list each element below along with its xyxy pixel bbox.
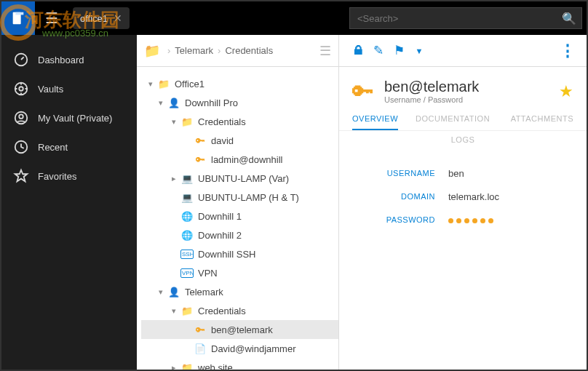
tree-label: Office1	[175, 79, 204, 89]
nav-label: Recent	[38, 142, 68, 153]
tree-node[interactable]: 💻UBUNTU-LAMP (H & T)	[141, 188, 338, 207]
password-value[interactable]	[448, 215, 496, 226]
lock-icon[interactable]: 🔒︎	[348, 44, 368, 58]
entry-title: ben@telemark	[384, 79, 479, 95]
tree-label: Telemark	[185, 287, 223, 298]
tree-node[interactable]: SSHDownhill SSH	[141, 244, 338, 263]
tree-panel: 📁 › Telemark › Credentials ☰ ▾📁Office1▾👤…	[137, 35, 339, 370]
tree-node[interactable]: ▾👤Telemark	[141, 282, 338, 301]
chevron-icon: ▸	[169, 174, 179, 183]
tree-node[interactable]: 🔑︎ladmin@downhill	[141, 150, 338, 169]
svg-rect-1	[15, 12, 23, 15]
list-view-icon[interactable]: ☰	[319, 43, 331, 59]
web-icon: 🌐	[180, 230, 194, 241]
tree-label: Downhill 1	[198, 211, 242, 222]
search-icon[interactable]: 🔍	[562, 12, 576, 25]
tab-overview[interactable]: OVERVIEW	[352, 114, 398, 130]
dashboard-icon	[13, 52, 29, 68]
tree-label: Credentials	[198, 306, 246, 316]
sidebar: Dashboard Vaults My Vault (Private) Rece…	[1, 35, 137, 370]
key-icon: 🔑︎	[194, 135, 207, 146]
chevron-icon: ▾	[146, 79, 156, 89]
user-icon: 👤	[167, 287, 180, 298]
tab-label: office1	[80, 13, 108, 24]
favorite-star-icon[interactable]: ★	[559, 82, 573, 101]
key-icon: 🔑︎	[194, 324, 207, 335]
tree-label: david	[211, 135, 234, 146]
nav-dashboard[interactable]: Dashboard	[1, 45, 137, 74]
breadcrumb-item[interactable]: Telemark	[175, 45, 213, 56]
folder-icon: 📁	[144, 43, 160, 59]
edit-icon[interactable]: ✎	[368, 43, 389, 58]
cred-icon: 📁	[180, 362, 194, 370]
tree-node[interactable]: VPNVPN	[141, 263, 338, 282]
tree-label: VPN	[198, 268, 218, 279]
search-input[interactable]	[349, 7, 582, 29]
serv-icon: 💻	[180, 192, 194, 203]
nav-favorites[interactable]: Favorites	[1, 161, 137, 191]
tree-label: Downhill 2	[198, 230, 242, 241]
doc-icon: 📄	[194, 343, 207, 354]
detail-tabs: OVERVIEW DOCUMENTATION ATTACHMENTS	[339, 108, 587, 131]
cred-icon: 📁	[180, 306, 194, 316]
vpn-icon: VPN	[180, 268, 194, 278]
tree-node[interactable]: 🔑︎david	[141, 131, 338, 150]
close-tab-icon[interactable]: ✕	[114, 12, 122, 24]
menu-icon[interactable]: ☰	[35, 9, 68, 27]
chevron-down-icon[interactable]: ▼	[409, 47, 429, 55]
chevron-icon: ▾	[156, 287, 166, 297]
chevron-icon: ▾	[169, 117, 179, 127]
key-icon: 🔑︎	[352, 79, 374, 104]
tree-label: Downhill Pro	[185, 97, 238, 108]
nav-recent[interactable]: Recent	[1, 132, 137, 161]
tree-label: UBUNTU-LAMP (H & T)	[198, 192, 299, 203]
entry-details: USERNAME ben DOMAIN telemark.loc PASSWOR…	[339, 151, 587, 242]
entry-subtitle: Username / Password	[384, 95, 479, 104]
tab-logs[interactable]: LOGS	[339, 131, 587, 151]
tab-attachments[interactable]: ATTACHMENTS	[511, 114, 573, 130]
vaults-icon	[13, 81, 29, 97]
web-icon: 🌐	[180, 211, 194, 222]
tree-node[interactable]: ▾📁Credentials	[141, 301, 338, 320]
username-label: USERNAME	[339, 169, 448, 177]
cred-icon: 📁	[180, 116, 194, 127]
key-icon: 🔑︎	[194, 154, 207, 165]
tree-node[interactable]: 🌐Downhill 2	[141, 226, 338, 244]
detail-panel: 🔒︎ ✎ ⚑ ▼ ⋮ 🔑︎ ben@telemark Username / Pa…	[339, 35, 587, 370]
tree-label: Downhill SSH	[198, 249, 255, 260]
tree-label: web site	[198, 362, 233, 370]
tree-label: UBUNTU-LAMP (Var)	[198, 173, 289, 184]
chevron-icon: ▸	[169, 363, 179, 370]
more-menu-icon[interactable]: ⋮	[557, 41, 578, 60]
tree-label: David@windjammer	[211, 343, 296, 354]
tree-node[interactable]: 🔑︎ben@telemark	[141, 320, 338, 339]
svg-point-4	[19, 87, 23, 91]
chevron-icon: ▾	[169, 306, 179, 316]
ssh-icon: SSH	[180, 250, 194, 259]
breadcrumb-item[interactable]: Credentials	[225, 45, 273, 56]
tab-office1[interactable]: office1 ✕	[73, 7, 130, 29]
breadcrumb: 📁 › Telemark › Credentials ☰	[137, 35, 338, 67]
nav-label: Dashboard	[38, 55, 84, 65]
tab-documentation[interactable]: DOCUMENTATION	[416, 114, 490, 130]
tree-node[interactable]: ▾📁Office1	[141, 74, 338, 93]
tree-node[interactable]: 📄David@windjammer	[141, 339, 338, 358]
flag-icon[interactable]: ⚑	[389, 43, 409, 58]
tree-node[interactable]: ▸📁web site	[141, 358, 338, 370]
tree-node[interactable]: ▾👤Downhill Pro	[141, 93, 338, 112]
tree-node[interactable]: 🌐Downhill 1	[141, 207, 338, 226]
recent-icon	[13, 139, 29, 155]
tree-node[interactable]: ▾📁Credentials	[141, 112, 338, 131]
serv-icon: 💻	[180, 173, 194, 184]
domain-value: telemark.loc	[448, 191, 499, 202]
svg-point-6	[19, 114, 23, 119]
tree-node[interactable]: ▸💻UBUNTU-LAMP (Var)	[141, 169, 338, 188]
folder-icon: 📁	[157, 79, 170, 89]
app-logo	[1, 1, 35, 35]
password-label: PASSWORD	[339, 215, 448, 224]
nav-label: Vaults	[38, 84, 63, 95]
nav-vaults[interactable]: Vaults	[1, 74, 137, 103]
nav-myvault[interactable]: My Vault (Private)	[1, 103, 137, 132]
nav-label: Favorites	[38, 171, 76, 182]
myvault-icon	[13, 110, 29, 126]
